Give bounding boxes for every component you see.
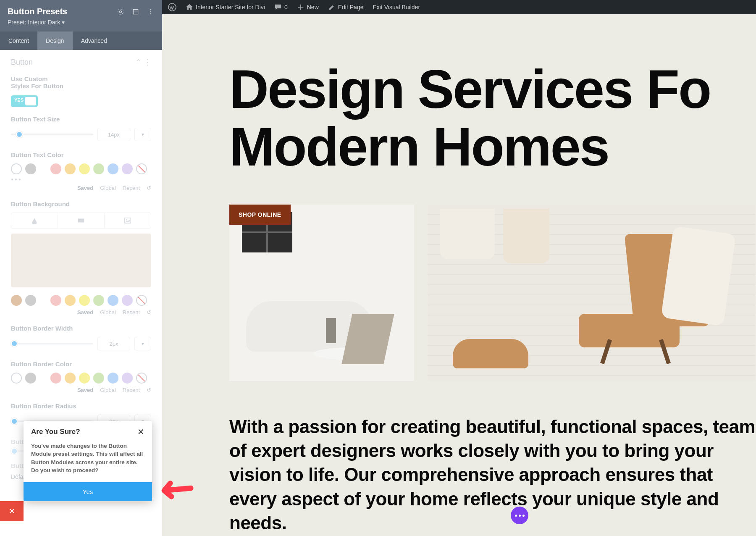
close-icon: ✕: [9, 507, 15, 516]
tab-design[interactable]: Design: [37, 32, 73, 50]
tab-advanced[interactable]: Advanced: [73, 32, 116, 50]
slider-text-size[interactable]: [11, 134, 93, 135]
help-icon[interactable]: [117, 8, 124, 16]
page-preview: Design Services Fo Modern Homes SHOP ONL…: [162, 14, 756, 536]
meta-saved[interactable]: Saved: [77, 309, 93, 315]
tab-content[interactable]: Content: [0, 32, 37, 50]
shop-online-button[interactable]: SHOP ONLINE: [229, 205, 291, 225]
swatch[interactable]: [108, 295, 118, 306]
swatch[interactable]: [50, 373, 61, 384]
collapse-icon[interactable]: ⌃ ⋮: [135, 58, 151, 67]
exit-visual-builder-link[interactable]: Exit Visual Builder: [373, 4, 420, 11]
builder-fab[interactable]: [511, 507, 528, 524]
comments-link[interactable]: 0: [274, 3, 288, 11]
meta-recent[interactable]: Recent: [123, 387, 140, 393]
swatch[interactable]: [108, 163, 118, 174]
swatch[interactable]: [25, 373, 36, 384]
swatch[interactable]: [93, 295, 104, 306]
unit-select[interactable]: ▾: [134, 337, 151, 350]
intro-paragraph: With a passion for creating beautiful, f…: [162, 381, 756, 535]
label-border-width: Button Border Width: [0, 322, 162, 334]
swatch[interactable]: [50, 163, 61, 174]
meta-global[interactable]: Global: [100, 185, 116, 191]
meta-saved[interactable]: Saved: [77, 387, 93, 393]
responsive-icon[interactable]: [132, 8, 139, 16]
reset-icon[interactable]: ↺: [147, 309, 151, 315]
wp-logo-icon[interactable]: [168, 3, 176, 11]
modal-close-button[interactable]: ✕: [137, 428, 144, 436]
swatch[interactable]: [65, 295, 76, 306]
meta-recent[interactable]: Recent: [123, 309, 140, 315]
svg-point-6: [150, 11, 152, 12]
new-link[interactable]: New: [297, 3, 319, 11]
sidebar-body: Button ⌃ ⋮ Use Custom Styles For Button …: [0, 50, 162, 521]
reset-icon[interactable]: ↺: [147, 185, 151, 191]
swatch[interactable]: [11, 295, 22, 306]
svg-point-2: [118, 9, 123, 14]
swatch[interactable]: [79, 295, 90, 306]
border-width-value[interactable]: 2px: [97, 337, 130, 350]
meta-global[interactable]: Global: [100, 309, 116, 315]
swatches-border: [0, 370, 162, 385]
swatch[interactable]: [79, 163, 90, 174]
swatch-none[interactable]: [136, 163, 147, 174]
preset-select[interactable]: Preset: Interior Dark ▾: [0, 19, 162, 32]
settings-tabs: Content Design Advanced: [0, 32, 162, 50]
swatch[interactable]: [25, 163, 36, 174]
swatch[interactable]: [122, 295, 133, 306]
label-border-color: Button Border Color: [0, 358, 162, 370]
swatch[interactable]: [108, 373, 118, 384]
slider-border-width[interactable]: [11, 343, 93, 344]
edit-page-link[interactable]: Edit Page: [328, 3, 364, 11]
exit-vb-label: Exit Visual Builder: [373, 4, 420, 11]
modal-yes-button[interactable]: Yes: [24, 482, 152, 501]
swatch-none[interactable]: [136, 295, 147, 306]
bg-tab-image[interactable]: [105, 213, 151, 228]
meta-global[interactable]: Global: [100, 387, 116, 393]
svg-point-10: [126, 219, 127, 221]
hero-title: Design Services Fo Modern Homes: [162, 14, 756, 175]
reset-icon[interactable]: ↺: [147, 387, 151, 393]
swatch[interactable]: [93, 163, 104, 174]
confirm-modal: Are You Sure? ✕ You've made changes to t…: [24, 421, 152, 501]
bg-preview[interactable]: [11, 234, 151, 287]
cancel-button[interactable]: ✕: [0, 501, 24, 521]
settings-sidebar: Button Presets Preset: Interior Dark ▾ C…: [0, 0, 162, 536]
meta-saved[interactable]: Saved: [77, 185, 93, 191]
swatch[interactable]: [11, 163, 22, 174]
swatch[interactable]: [93, 373, 104, 384]
wp-admin-bar: Interior Starter Site for Divi 0 New Edi…: [162, 0, 756, 14]
swatches-bg: [0, 292, 162, 307]
swatch[interactable]: [79, 373, 90, 384]
swatch[interactable]: [122, 163, 133, 174]
hero-line2: Modern Homes: [229, 118, 756, 176]
label-use-custom: Use Custom Styles For Button: [0, 73, 76, 92]
chevron-down-icon: ▾: [62, 19, 65, 26]
bg-tab-gradient[interactable]: [58, 213, 105, 228]
bg-tab-color[interactable]: [11, 213, 58, 228]
swatch[interactable]: [122, 373, 133, 384]
edit-page-label: Edit Page: [338, 4, 364, 11]
text-size-value[interactable]: 14px: [97, 128, 130, 141]
image-gallery: SHOP ONLINE: [162, 175, 756, 381]
toggle-use-custom[interactable]: YES: [11, 95, 38, 107]
unit-select[interactable]: ▾: [134, 128, 151, 141]
more-icon[interactable]: [147, 8, 155, 16]
swatch[interactable]: [65, 373, 76, 384]
meta-recent[interactable]: Recent: [123, 185, 140, 191]
label-text-size: Button Text Size: [0, 113, 162, 125]
hero-line1: Design Services Fo: [229, 60, 756, 118]
swatch[interactable]: [25, 295, 36, 306]
swatch[interactable]: [50, 295, 61, 306]
new-label: New: [307, 4, 319, 11]
panel-title: Button Presets: [8, 7, 67, 16]
swatch[interactable]: [65, 163, 76, 174]
swatch-none[interactable]: [136, 373, 147, 384]
sidebar-header: Button Presets Preset: Interior Dark ▾ C…: [0, 0, 162, 50]
gallery-image-2: [428, 205, 755, 381]
site-name-link[interactable]: Interior Starter Site for Divi: [186, 3, 265, 11]
modal-body: You've made changes to the Button Module…: [24, 440, 152, 482]
svg-point-1: [120, 11, 122, 13]
site-name: Interior Starter Site for Divi: [196, 4, 265, 11]
swatch-picker[interactable]: [11, 373, 22, 384]
